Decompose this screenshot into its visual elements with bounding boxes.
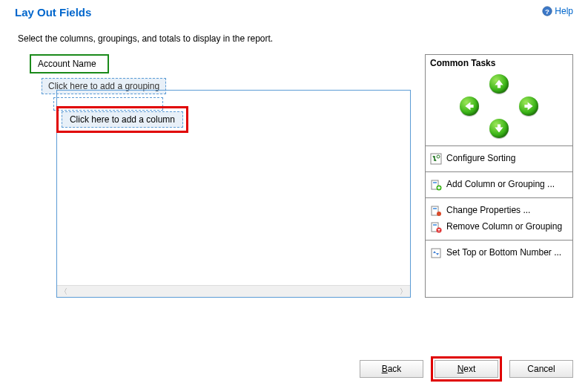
next-button[interactable]: Next [435, 360, 498, 378]
add-column-placeholder[interactable]: Click here to add a column [62, 111, 183, 128]
add-column-icon [430, 179, 442, 191]
task-label: Change Properties ... [446, 205, 568, 216]
move-up-button[interactable] [484, 73, 514, 95]
svg-rect-13 [432, 249, 440, 258]
task-set-top-bottom[interactable]: Set Top or Bottom Number ... [430, 245, 568, 261]
wizard-buttons: Back Next Cancel [360, 356, 573, 382]
task-add-column-grouping[interactable]: Add Column or Grouping ... [430, 177, 568, 193]
top-bottom-icon [430, 247, 442, 259]
svg-rect-2 [431, 154, 441, 164]
back-button[interactable]: Back [360, 360, 423, 378]
grouping-field-account-name[interactable]: Account Name [32, 56, 107, 71]
next-button-highlight: Next [431, 356, 502, 382]
task-label: Remove Column or Grouping [446, 221, 568, 232]
layout-designer: Account Name Click here to add a groupin… [15, 54, 412, 298]
arrow-left-icon [464, 101, 475, 111]
scroll-right-icon[interactable]: 〉 [400, 287, 407, 297]
help-label: Help [555, 6, 573, 16]
common-tasks-title: Common Tasks [426, 55, 572, 71]
remove-column-icon [430, 221, 442, 233]
task-label: Set Top or Bottom Number ... [446, 247, 568, 258]
page-title: Lay Out Fields [15, 6, 91, 19]
svg-rect-5 [433, 182, 437, 183]
svg-rect-8 [433, 208, 437, 209]
help-link[interactable]: ? Help [542, 6, 573, 16]
svg-point-9 [437, 212, 441, 216]
task-label: Configure Sorting [446, 153, 568, 164]
task-remove-column-grouping[interactable]: Remove Column or Grouping [430, 219, 568, 235]
task-configure-sorting[interactable]: Configure Sorting [430, 151, 568, 167]
scroll-left-icon[interactable]: 〈 [60, 287, 67, 297]
task-label: Add Column or Grouping ... [446, 179, 568, 190]
horizontal-scrollbar[interactable]: 〈 〉 [57, 285, 410, 297]
cancel-button[interactable]: Cancel [509, 360, 573, 378]
move-left-button[interactable] [455, 95, 484, 117]
svg-rect-11 [433, 224, 437, 226]
arrow-up-icon [494, 79, 504, 89]
grouping-field-highlight: Account Name [30, 54, 109, 73]
arrow-right-icon [523, 101, 534, 111]
common-tasks-panel: Common Tasks Configure Sorting [425, 54, 573, 298]
arrow-down-icon [494, 123, 504, 134]
move-right-button[interactable] [514, 95, 544, 117]
help-icon: ? [542, 6, 552, 16]
instruction-text: Select the columns, groupings, and total… [0, 19, 588, 54]
svg-text:?: ? [545, 7, 549, 16]
move-down-button[interactable] [484, 117, 514, 140]
task-change-properties[interactable]: Change Properties ... [430, 203, 568, 219]
sort-icon [430, 153, 442, 165]
properties-icon [430, 205, 442, 217]
